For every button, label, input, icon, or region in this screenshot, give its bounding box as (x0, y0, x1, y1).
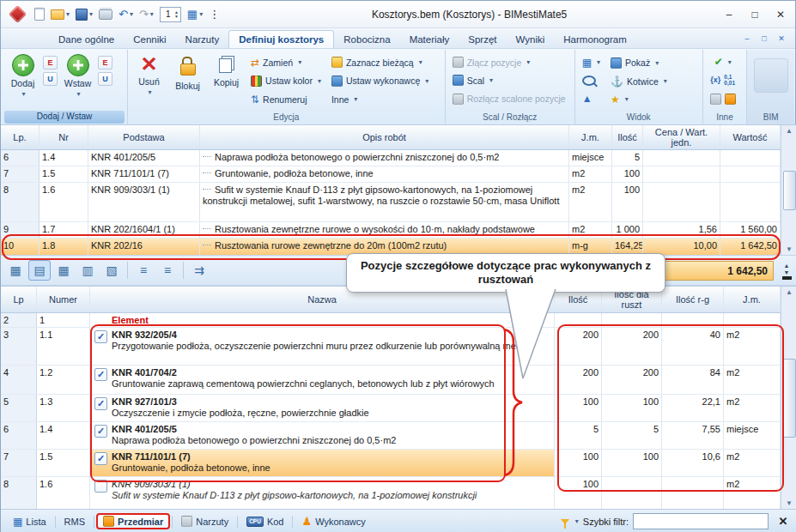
column-header-nr[interactable]: Nr (39, 125, 88, 149)
view-tab-narzuty[interactable]: Narzuty (174, 513, 235, 529)
column-header-cena[interactable]: Cena / Wart. jedn. (643, 125, 720, 149)
minimize-button[interactable]: – (716, 5, 742, 24)
maximize-button[interactable]: □ (742, 5, 768, 24)
formula-button[interactable]: {x} 0,10,01 (708, 73, 737, 87)
document-close-icon[interactable]: ✕ (775, 33, 788, 45)
ribbon-minimize-icon[interactable]: – (740, 33, 754, 45)
pokaz-button[interactable]: Pokaż▾ (609, 57, 669, 70)
ustaw-wykonawce-button[interactable]: Ustaw wykonawcę▾ (330, 75, 430, 88)
print-icon[interactable] (96, 8, 115, 21)
add-element-icon[interactable]: E (43, 56, 58, 70)
dropdown-icon[interactable]: ▾ (130, 10, 133, 18)
edit-table-icon[interactable]: ▦ (4, 260, 27, 281)
zaznacz-biezaca-button[interactable]: Zaznacz bieżącą▾ (330, 56, 430, 69)
layout-toggle-4-icon[interactable]: ▧ (100, 260, 123, 281)
view-options-icon[interactable]: ▦▾ (185, 7, 205, 21)
tab-cenniki[interactable]: Cenniki (124, 31, 175, 48)
dropdown-icon[interactable]: ▾ (149, 88, 152, 96)
dropdown-icon[interactable]: ▾ (89, 10, 93, 18)
row-checkbox[interactable] (94, 425, 107, 438)
przedmiar-row-1-1[interactable]: 3 1.1 KNR 932/205/4Przygotowanie podłoża… (1, 328, 796, 366)
scroll-down-icon[interactable]: ▼ (784, 269, 790, 275)
dropdown-icon[interactable]: ▾ (489, 76, 493, 84)
tab-narzuty[interactable]: Narzuty (176, 31, 229, 48)
layout-toggle-3-icon[interactable]: ▥ (76, 260, 99, 281)
blokuj-button[interactable]: Blokuj (168, 51, 207, 110)
scrollbar-thumb[interactable] (783, 171, 796, 210)
przedmiar-row-1-3[interactable]: 5 1.3 KNR 927/101/3Oczyszczenie i zmycie… (1, 395, 796, 422)
insert-element-icon[interactable]: E (98, 56, 112, 70)
column-header-lp[interactable]: Lp (1, 287, 37, 312)
dropdown-icon[interactable]: ▾ (21, 90, 25, 98)
undo-icon[interactable]: ↶▾ (116, 7, 136, 21)
dropdown-icon[interactable]: ▾ (425, 77, 428, 85)
kosztorys-row-7[interactable]: 7 1.5 KNR 711/101/1 (7) Gruntowanie, pod… (1, 166, 796, 183)
tab-definiuj-kosztorys[interactable]: Definiuj kosztorys (228, 30, 334, 48)
kosztorys-row-6[interactable]: 6 1.4 KNR 401/205/5 Naprawa podłoża beto… (1, 150, 796, 166)
tab-robocizna[interactable]: Robocizna (334, 31, 399, 48)
dropdown-icon[interactable]: ▾ (318, 77, 321, 85)
zoom-button[interactable] (580, 75, 602, 87)
scrollbar-thumb[interactable] (783, 359, 796, 438)
row-checkbox[interactable] (94, 330, 107, 343)
usun-button[interactable]: ✕ Usuń ▾ (130, 51, 168, 110)
toolbar-overflow-icon[interactable]: ⋮ (206, 7, 222, 21)
przedmiar-row-1-5-selected[interactable]: 7 1.5 KNR 711/101/1 (7)Gruntowanie, podł… (1, 450, 796, 477)
dropdown-icon[interactable]: ▾ (625, 95, 629, 103)
column-header-wartosc[interactable]: Wartość (720, 125, 781, 149)
column-header-jm[interactable]: J.m. (569, 125, 612, 149)
tab-wyniki[interactable]: Wyniki (507, 31, 555, 48)
clear-filter-icon[interactable]: ✕ (775, 513, 792, 530)
lower-table-scrollbar[interactable]: ▲ ▼ (781, 287, 796, 509)
scroll-up-icon[interactable]: ▲ (784, 263, 790, 269)
dropdown-icon[interactable]: ▾ (728, 58, 732, 66)
row-checkbox[interactable] (94, 480, 107, 493)
scroll-up-icon[interactable]: ▲ (786, 127, 793, 135)
column-header-podstawa[interactable]: Podstawa (88, 125, 200, 149)
page-number-spinner[interactable]: 1 ▲▼ (160, 7, 181, 22)
merge-columns-icon[interactable]: ⇉ (188, 260, 210, 281)
column-header-numer[interactable]: Numer (37, 287, 90, 312)
przedmiar-row-1-4[interactable]: 6 1.4 KNR 401/205/5Naprawa podłoża beton… (1, 422, 796, 450)
insert-u-icon[interactable]: U (98, 72, 112, 86)
layout-toggle-2-icon[interactable]: ▦ (52, 260, 75, 281)
dodaj-button[interactable]: Dodaj ▾ (3, 51, 42, 109)
quick-filter-input[interactable] (633, 513, 769, 529)
column-header-lp[interactable]: Lp. (1, 125, 39, 149)
ustaw-kolor-button[interactable]: Ustaw kolor▾ (249, 75, 323, 88)
view-tab-przedmiar[interactable]: Przedmiar (96, 513, 170, 529)
scroll-down-icon[interactable]: ▼ (786, 499, 793, 507)
dropdown-icon[interactable]: ▾ (354, 95, 357, 103)
tab-dane-ogolne[interactable]: Dane ogólne (49, 31, 124, 48)
column-header-jm[interactable]: J.m. (724, 287, 781, 312)
column-header-ilosc[interactable]: Ilość (612, 125, 643, 149)
dropdown-icon[interactable]: ▾ (76, 90, 80, 98)
view-grid-button[interactable]: ▦▾ (580, 57, 602, 69)
view-tab-kod[interactable]: CPUKod (240, 514, 290, 529)
open-file-icon[interactable]: ▾ (48, 8, 72, 21)
dropdown-icon[interactable]: ▾ (419, 58, 422, 66)
view-tab-rms[interactable]: RMS (58, 514, 92, 529)
close-button[interactable]: ✕ (768, 5, 793, 24)
list-view-2-icon[interactable]: ≡ (156, 260, 179, 281)
scroll-down-icon[interactable]: ▼ (786, 245, 793, 253)
inne-button[interactable]: Inne▾ (330, 94, 430, 106)
move-up-button[interactable]: ▲ (580, 93, 602, 105)
accept-button[interactable]: ✔▾ (713, 56, 733, 68)
layout-toggle-1-icon[interactable]: ▤ (28, 260, 51, 281)
precision-icon[interactable]: 0,10,01 (724, 74, 735, 86)
tab-materialy[interactable]: Materiały (400, 31, 459, 48)
zamien-button[interactable]: ⇄Zamień▾ (249, 57, 323, 69)
kopiuj-button[interactable]: Kopiuj (207, 51, 246, 110)
kosztorys-row-8[interactable]: 8 1.6 KNR 909/303/1 (1) Sufit w systemie… (1, 183, 796, 222)
split-handle-icon[interactable] (782, 276, 792, 280)
tab-harmonogram[interactable]: Harmonogram (554, 31, 636, 48)
row-checkbox[interactable] (94, 368, 107, 381)
measure-button[interactable] (708, 93, 738, 106)
spinner-down-icon[interactable]: ▼ (174, 15, 179, 19)
view-tab-wykonawcy[interactable]: ♟Wykonawcy (295, 513, 372, 529)
add-u-icon[interactable]: U (43, 72, 58, 86)
przedmiar-row-element[interactable]: 2 1 Element (1, 313, 796, 328)
tab-sprzet[interactable]: Sprzęt (459, 31, 506, 48)
row-checkbox[interactable] (94, 452, 107, 465)
